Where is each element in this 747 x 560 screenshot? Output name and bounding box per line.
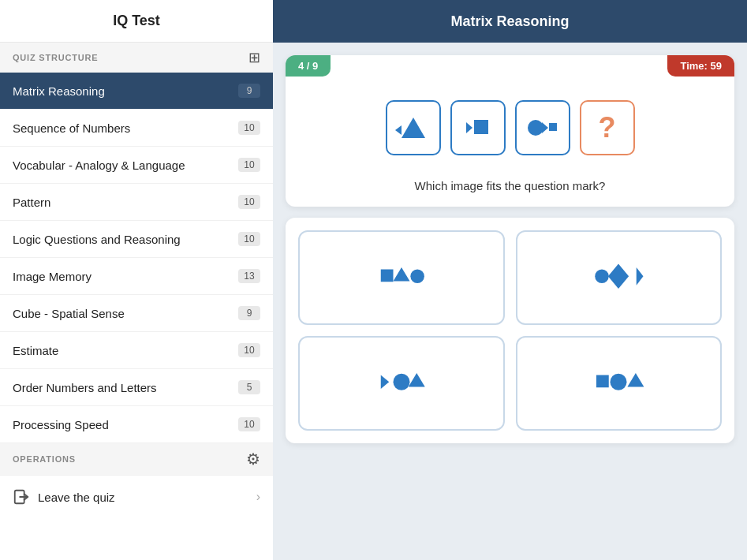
answer-svg-b [591, 250, 646, 305]
svg-rect-9 [381, 270, 394, 282]
pattern-cell-1 [386, 100, 441, 155]
main-title: Matrix Reasoning [450, 13, 569, 30]
svg-marker-15 [381, 375, 390, 390]
pattern-svg-1 [394, 108, 433, 147]
answer-option-d[interactable] [516, 336, 723, 431]
answer-svg-d [591, 356, 646, 411]
svg-marker-13 [608, 264, 629, 289]
nav-badge-image-memory: 13 [238, 269, 260, 283]
answer-svg-a [374, 250, 429, 305]
nav-label-matrix-reasoning: Matrix Reasoning [13, 84, 105, 98]
main-content: Matrix Reasoning 4 / 9 Time: 59 [273, 0, 747, 560]
operations-label: OPERATIONS [13, 454, 76, 464]
question-text: Which image fits the question mark? [286, 171, 734, 207]
svg-marker-3 [395, 125, 402, 135]
sidebar-title: IQ Test [113, 13, 160, 29]
question-mark-cell: ? [580, 100, 635, 155]
leave-label: Leave the quiz [38, 491, 115, 504]
sidebar-item-sequence-of-numbers[interactable]: Sequence of Numbers 10 [0, 110, 273, 147]
content-area: 4 / 9 Time: 59 [273, 43, 747, 560]
nav-badge-order-numbers: 5 [238, 380, 260, 394]
nav-badge-pattern: 10 [238, 195, 260, 209]
question-mark-symbol: ? [599, 111, 616, 144]
sidebar-item-logic[interactable]: Logic Questions and Reasoning 10 [0, 221, 273, 258]
svg-point-16 [393, 374, 409, 390]
operations-section: OPERATIONS ⚙ [0, 443, 273, 475]
quiz-structure-label: QUIZ STRUCTURE [13, 53, 98, 62]
svg-rect-5 [474, 120, 488, 134]
answer-option-c[interactable] [298, 336, 505, 431]
svg-rect-18 [596, 375, 609, 388]
question-images-row: ? [286, 77, 734, 171]
nav-label-processing-speed: Processing Speed [13, 418, 109, 431]
sidebar-item-vocabular[interactable]: Vocabular - Analogy & Language 10 [0, 147, 273, 184]
svg-point-19 [611, 374, 627, 390]
question-card: 4 / 9 Time: 59 [286, 55, 734, 207]
sidebar-item-image-memory[interactable]: Image Memory 13 [0, 258, 273, 295]
svg-marker-2 [402, 118, 425, 138]
svg-marker-14 [637, 267, 644, 286]
svg-marker-4 [466, 122, 472, 133]
chevron-right-icon: › [256, 490, 260, 504]
svg-point-12 [596, 270, 610, 284]
question-card-header: 4 / 9 Time: 59 [286, 55, 734, 77]
pattern-cell-3 [515, 100, 570, 155]
nav-badge-logic: 10 [238, 232, 260, 246]
timer-badge: Time: 59 [667, 55, 734, 77]
answer-option-a[interactable] [298, 230, 505, 325]
nav-label-vocabular: Vocabular - Analogy & Language [13, 159, 185, 172]
nav-label-cube-spatial: Cube - Spatial Sense [13, 307, 125, 320]
nav-badge-processing-speed: 10 [238, 417, 260, 431]
nav-badge-matrix-reasoning: 9 [238, 84, 260, 98]
sidebar-item-pattern[interactable]: Pattern 10 [0, 184, 273, 221]
svg-point-6 [528, 120, 543, 136]
sidebar-item-processing-speed[interactable]: Processing Speed 10 [0, 406, 273, 443]
leave-icon [13, 488, 30, 506]
grid-icon: ⊞ [248, 49, 260, 66]
nav-badge-estimate: 10 [238, 343, 260, 357]
svg-marker-17 [409, 373, 425, 387]
pattern-svg-2 [458, 108, 498, 147]
sidebar-item-matrix-reasoning[interactable]: Matrix Reasoning 9 [0, 73, 273, 110]
nav-label-logic: Logic Questions and Reasoning [13, 233, 181, 246]
nav-badge-cube-spatial: 9 [238, 306, 260, 320]
svg-point-11 [410, 270, 424, 284]
leave-quiz-button[interactable]: Leave the quiz › [0, 475, 273, 518]
sidebar-item-order-numbers[interactable]: Order Numbers and Letters 5 [0, 369, 273, 406]
pattern-cell-2 [450, 100, 506, 155]
nav-label-estimate: Estimate [13, 344, 58, 357]
sidebar: IQ Test QUIZ STRUCTURE ⊞ Matrix Reasonin… [0, 0, 273, 560]
progress-badge: 4 / 9 [286, 55, 331, 77]
main-header: Matrix Reasoning [273, 0, 747, 43]
nav-badge-sequence: 10 [238, 121, 260, 135]
nav-label-image-memory: Image Memory [13, 270, 92, 283]
nav-label-order-numbers: Order Numbers and Letters [13, 381, 157, 394]
svg-marker-20 [628, 373, 644, 387]
sidebar-header: IQ Test [0, 0, 273, 43]
svg-rect-8 [549, 123, 557, 131]
answer-grid [286, 218, 734, 443]
gear-icon[interactable]: ⚙ [246, 450, 260, 469]
sidebar-item-cube-spatial[interactable]: Cube - Spatial Sense 9 [0, 295, 273, 332]
sidebar-item-estimate[interactable]: Estimate 10 [0, 332, 273, 369]
pattern-svg-3 [523, 108, 562, 147]
answer-option-b[interactable] [516, 230, 723, 325]
quiz-structure-section: QUIZ STRUCTURE ⊞ [0, 43, 273, 73]
answer-svg-c [374, 356, 429, 411]
nav-label-sequence: Sequence of Numbers [13, 121, 130, 135]
svg-marker-7 [542, 122, 548, 133]
nav-label-pattern: Pattern [13, 196, 50, 209]
nav-badge-vocabular: 10 [238, 158, 260, 172]
svg-marker-10 [393, 267, 409, 282]
